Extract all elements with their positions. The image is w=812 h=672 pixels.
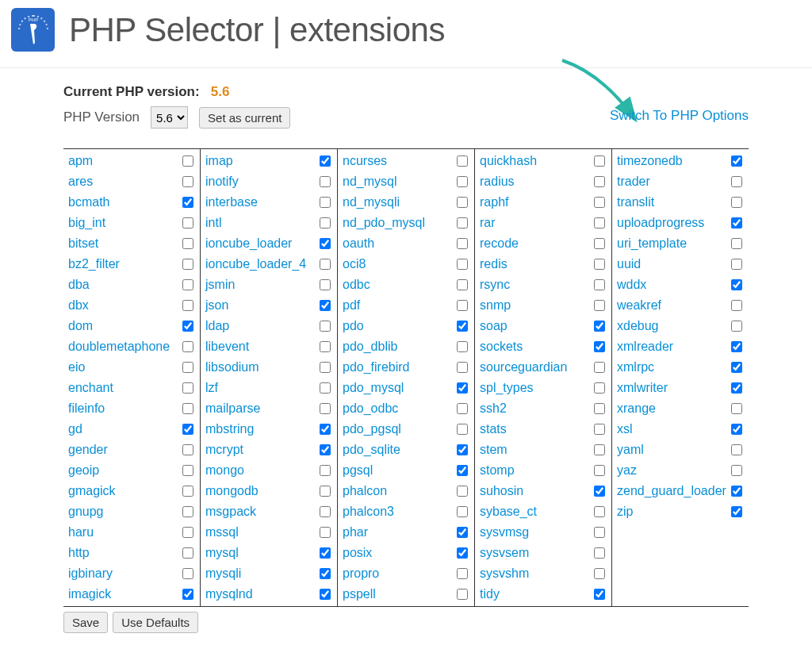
- extension-checkbox-sourceguardian[interactable]: [594, 362, 605, 373]
- extension-link-xmlreader[interactable]: xmlreader: [617, 340, 673, 354]
- extension-checkbox-pdo_firebird[interactable]: [457, 362, 468, 373]
- extension-checkbox-ioncube_loader_4[interactable]: [320, 259, 331, 270]
- extension-checkbox-pdf[interactable]: [457, 300, 468, 311]
- extension-checkbox-pdo_mysql[interactable]: [457, 382, 468, 394]
- extension-checkbox-gnupg[interactable]: [182, 506, 193, 517]
- extension-checkbox-apm[interactable]: [182, 156, 193, 167]
- extension-checkbox-nd_mysql[interactable]: [457, 176, 468, 187]
- extension-link-libevent[interactable]: libevent: [205, 340, 249, 354]
- extension-link-pdo_sqlite[interactable]: pdo_sqlite: [343, 443, 400, 457]
- extension-checkbox-mssql[interactable]: [320, 527, 331, 538]
- php-version-select[interactable]: 5.6: [151, 106, 188, 129]
- extension-link-igbinary[interactable]: igbinary: [68, 566, 113, 581]
- extension-link-posix[interactable]: posix: [343, 546, 372, 560]
- extension-link-haru[interactable]: haru: [68, 525, 94, 540]
- extension-link-sockets[interactable]: sockets: [480, 340, 523, 354]
- extension-checkbox-pdo[interactable]: [457, 321, 468, 332]
- save-button[interactable]: Save: [63, 612, 108, 633]
- extension-checkbox-pdo_dblib[interactable]: [457, 341, 468, 352]
- extension-checkbox-oci8[interactable]: [457, 259, 468, 270]
- extension-checkbox-wddx[interactable]: [731, 279, 742, 290]
- extension-link-redis[interactable]: redis: [480, 257, 508, 271]
- extension-link-sysvmsg[interactable]: sysvmsg: [480, 525, 529, 540]
- extension-checkbox-sysvsem[interactable]: [594, 547, 605, 559]
- extension-link-bcmath[interactable]: bcmath: [68, 195, 109, 209]
- extension-link-gnupg[interactable]: gnupg: [68, 505, 104, 519]
- extension-link-ssh2[interactable]: ssh2: [480, 401, 507, 416]
- extension-checkbox-mysqli[interactable]: [320, 568, 331, 579]
- extension-checkbox-gmagick[interactable]: [182, 486, 193, 497]
- extension-checkbox-uuid[interactable]: [731, 259, 742, 270]
- switch-to-php-options-link[interactable]: Switch To PHP Options: [610, 108, 749, 124]
- extension-checkbox-xmlwriter[interactable]: [731, 382, 742, 394]
- extension-checkbox-pdo_pgsql[interactable]: [457, 424, 468, 435]
- extension-checkbox-trader[interactable]: [731, 176, 742, 187]
- extension-link-rar[interactable]: rar: [480, 216, 496, 230]
- extension-checkbox-recode[interactable]: [594, 238, 605, 249]
- extension-link-timezonedb[interactable]: timezonedb: [617, 154, 683, 168]
- extension-checkbox-stats[interactable]: [594, 424, 605, 435]
- extension-link-imap[interactable]: imap: [205, 154, 233, 168]
- extension-link-yaz[interactable]: yaz: [617, 463, 637, 478]
- extension-checkbox-geoip[interactable]: [182, 465, 193, 476]
- extension-link-doublemetaphone[interactable]: doublemetaphone: [68, 340, 170, 354]
- extension-checkbox-ncurses[interactable]: [457, 156, 468, 167]
- extension-checkbox-ssh2[interactable]: [594, 403, 605, 414]
- extension-checkbox-translit[interactable]: [731, 197, 742, 208]
- extension-link-libsodium[interactable]: libsodium: [205, 360, 259, 374]
- extension-checkbox-xmlreader[interactable]: [731, 341, 742, 352]
- extension-checkbox-tidy[interactable]: [594, 589, 605, 600]
- extension-link-nd_mysqli[interactable]: nd_mysqli: [343, 195, 400, 209]
- extension-link-http[interactable]: http: [68, 546, 90, 560]
- extension-checkbox-rar[interactable]: [594, 217, 605, 228]
- set-as-current-button[interactable]: Set as current: [199, 107, 290, 129]
- extension-checkbox-dbx[interactable]: [182, 300, 193, 311]
- extension-checkbox-stomp[interactable]: [594, 465, 605, 476]
- extension-checkbox-json[interactable]: [320, 300, 331, 311]
- extension-checkbox-spl_types[interactable]: [594, 382, 605, 394]
- extension-checkbox-doublemetaphone[interactable]: [182, 341, 193, 352]
- extension-link-interbase[interactable]: interbase: [205, 195, 258, 209]
- extension-checkbox-sybase_ct[interactable]: [594, 506, 605, 517]
- extension-link-pdo[interactable]: pdo: [343, 319, 364, 333]
- extension-link-uploadprogress[interactable]: uploadprogress: [617, 216, 704, 230]
- extension-link-weakref[interactable]: weakref: [617, 298, 661, 313]
- extension-link-mysqlnd[interactable]: mysqlnd: [205, 587, 253, 601]
- extension-checkbox-mongo[interactable]: [320, 465, 331, 476]
- extension-link-mssql[interactable]: mssql: [205, 525, 239, 540]
- extension-link-nd_mysql[interactable]: nd_mysql: [343, 175, 396, 189]
- extension-link-wddx[interactable]: wddx: [617, 278, 646, 292]
- extension-checkbox-soap[interactable]: [594, 321, 605, 332]
- extension-checkbox-uploadprogress[interactable]: [731, 217, 742, 228]
- extension-checkbox-interbase[interactable]: [320, 197, 331, 208]
- extension-checkbox-xsl[interactable]: [731, 424, 742, 435]
- extension-checkbox-igbinary[interactable]: [182, 568, 193, 579]
- extension-link-xdebug[interactable]: xdebug: [617, 319, 659, 333]
- extension-checkbox-pspell[interactable]: [457, 589, 468, 600]
- extension-checkbox-xmlrpc[interactable]: [731, 362, 742, 373]
- extension-checkbox-stem[interactable]: [594, 444, 605, 455]
- extension-checkbox-mailparse[interactable]: [320, 403, 331, 414]
- extension-link-mysql[interactable]: mysql: [205, 546, 239, 560]
- extension-link-pdo_dblib[interactable]: pdo_dblib: [343, 340, 397, 354]
- extension-link-soap[interactable]: soap: [480, 319, 508, 333]
- extension-link-uri_template[interactable]: uri_template: [617, 236, 687, 251]
- extension-link-translit[interactable]: translit: [617, 195, 654, 209]
- extension-link-big_int[interactable]: big_int: [68, 216, 105, 230]
- extension-checkbox-rsync[interactable]: [594, 279, 605, 290]
- extension-checkbox-quickhash[interactable]: [594, 156, 605, 167]
- extension-link-msgpack[interactable]: msgpack: [205, 505, 256, 519]
- extension-link-mbstring[interactable]: mbstring: [205, 422, 254, 436]
- extension-link-zend_guard_loader[interactable]: zend_guard_loader: [617, 484, 726, 498]
- extension-link-ldap[interactable]: ldap: [205, 319, 229, 333]
- extension-link-pgsql[interactable]: pgsql: [343, 463, 373, 478]
- extension-link-phar[interactable]: phar: [343, 525, 368, 540]
- extension-checkbox-zend_guard_loader[interactable]: [731, 486, 742, 497]
- extension-link-gender[interactable]: gender: [68, 443, 108, 457]
- extension-checkbox-libsodium[interactable]: [320, 362, 331, 373]
- extension-link-nd_pdo_mysql[interactable]: nd_pdo_mysql: [343, 216, 425, 230]
- extension-link-pdo_firebird[interactable]: pdo_firebird: [343, 360, 410, 374]
- extension-checkbox-nd_mysqli[interactable]: [457, 197, 468, 208]
- extension-link-stem[interactable]: stem: [480, 443, 508, 457]
- extension-link-oci8[interactable]: oci8: [343, 257, 366, 271]
